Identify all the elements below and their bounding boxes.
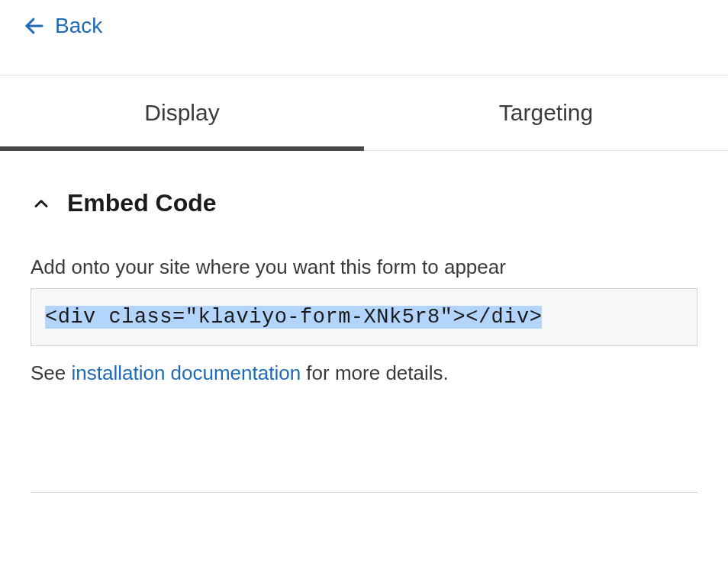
back-link[interactable]: Back [0, 0, 728, 52]
embed-instruction: Add onto your site where you want this f… [31, 255, 697, 279]
tab-display-label: Display [144, 100, 219, 125]
embed-code-box[interactable]: <div class="klaviyo-form-XNk5r8"></div> [31, 288, 697, 346]
help-text: See installation documentation for more … [31, 361, 697, 385]
tab-targeting[interactable]: Targeting [364, 75, 728, 150]
arrow-left-icon [23, 14, 46, 37]
section-title: Embed Code [67, 189, 217, 217]
embed-code-section: Embed Code Add onto your site where you … [0, 151, 728, 493]
tab-targeting-label: Targeting [499, 100, 593, 125]
section-header[interactable]: Embed Code [31, 189, 697, 217]
back-label: Back [55, 14, 102, 38]
tab-display[interactable]: Display [0, 75, 364, 150]
embed-code-text: <div class="klaviyo-form-XNk5r8"></div> [45, 306, 542, 329]
help-prefix: See [31, 361, 72, 384]
chevron-up-icon [31, 193, 52, 214]
tabs: Display Targeting [0, 75, 728, 151]
installation-docs-link[interactable]: installation documentation [72, 361, 301, 384]
divider [31, 492, 697, 493]
help-suffix: for more details. [301, 361, 449, 384]
